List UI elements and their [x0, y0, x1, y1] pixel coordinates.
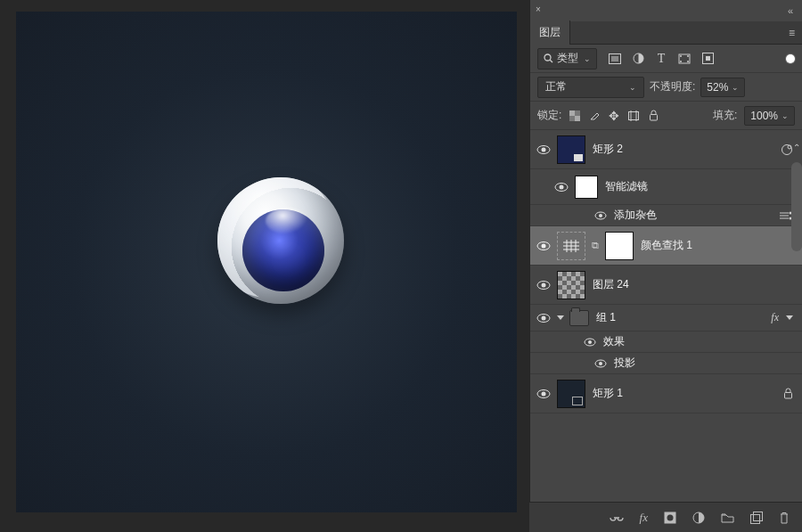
- link-layers-icon[interactable]: [610, 513, 624, 522]
- svg-point-45: [588, 340, 592, 344]
- tab-layers[interactable]: 图层: [530, 20, 570, 45]
- add-style-icon[interactable]: fx: [640, 511, 648, 525]
- pixel-filter-icon[interactable]: [608, 52, 622, 66]
- canvas-area[interactable]: [0, 0, 529, 532]
- svg-rect-55: [754, 512, 763, 520]
- layer-thumbnail: [557, 380, 585, 408]
- collapse-icon[interactable]: «: [788, 5, 793, 16]
- logo-sphere: [217, 177, 344, 304]
- layer-rect2[interactable]: 矩形 2: [530, 130, 802, 169]
- svg-point-24: [560, 184, 564, 189]
- svg-rect-15: [629, 111, 639, 119]
- svg-point-8: [680, 61, 682, 62]
- delete-layer-icon[interactable]: [779, 512, 790, 524]
- lock-row: 锁定: ✥ 填充: 100% ⌄: [530, 102, 802, 130]
- svg-rect-14: [575, 116, 580, 121]
- expand-icon[interactable]: [557, 315, 564, 320]
- chevron-down-icon: ⌄: [584, 54, 591, 63]
- adjustment-filter-icon[interactable]: [631, 52, 645, 66]
- type-filter-icon[interactable]: T: [654, 52, 668, 66]
- svg-rect-18: [650, 115, 657, 121]
- add-mask-icon[interactable]: [664, 512, 676, 524]
- shape-filter-icon[interactable]: [677, 52, 692, 66]
- opacity-input[interactable]: 52% ⌄: [700, 78, 745, 97]
- lock-icon: [783, 388, 793, 399]
- svg-point-43: [542, 315, 546, 320]
- layer-add-noise[interactable]: 添加杂色: [530, 205, 802, 226]
- layer-thumbnail: [557, 135, 585, 164]
- opacity-label: 不透明度:: [650, 79, 695, 94]
- filter-type-label: 类型: [557, 51, 578, 66]
- visibility-icon[interactable]: [594, 211, 607, 220]
- layer-24[interactable]: 图层 24: [530, 266, 802, 305]
- effect-name: 添加杂色: [614, 208, 779, 223]
- adjustment-icon: [557, 232, 585, 260]
- chevron-down-icon: ⌄: [629, 83, 636, 92]
- filter-toggle-icon[interactable]: [786, 54, 795, 63]
- close-icon[interactable]: ×: [536, 5, 544, 14]
- layer-rect1[interactable]: 矩形 1: [530, 374, 802, 413]
- visibility-icon[interactable]: [530, 144, 557, 155]
- lock-position-icon[interactable]: ✥: [608, 110, 620, 122]
- search-icon: [544, 53, 553, 63]
- layer-mask-thumbnail: [605, 232, 634, 260]
- svg-point-7: [687, 55, 689, 57]
- svg-point-6: [680, 55, 682, 57]
- add-layer-icon[interactable]: [750, 512, 763, 524]
- visibility-icon[interactable]: [530, 389, 557, 399]
- panel-tabs: 图层 ≡: [530, 21, 802, 45]
- opacity-value: 52%: [707, 81, 728, 94]
- lock-brush-icon[interactable]: [588, 110, 601, 122]
- visibility-icon[interactable]: [584, 338, 596, 347]
- smart-object-icon: [781, 143, 793, 156]
- svg-point-49: [542, 391, 546, 396]
- chevron-down-icon[interactable]: [786, 315, 793, 320]
- fill-value: 100%: [750, 110, 778, 122]
- svg-rect-13: [569, 110, 575, 116]
- add-group-icon[interactable]: [721, 512, 734, 523]
- fx-icon[interactable]: fx: [771, 311, 779, 324]
- blend-mode-value: 正常: [545, 79, 567, 94]
- lock-transparency-icon[interactable]: [569, 110, 581, 122]
- layer-name: 矩形 1: [593, 386, 783, 401]
- svg-point-41: [542, 282, 546, 287]
- visibility-icon[interactable]: [530, 313, 557, 323]
- svg-point-21: [782, 144, 792, 154]
- layer-name: 智能滤镜: [605, 179, 793, 194]
- blend-mode-select[interactable]: 正常 ⌄: [537, 77, 644, 98]
- layer-name: 矩形 2: [593, 142, 781, 157]
- svg-point-26: [599, 214, 602, 217]
- filter-type-select[interactable]: 类型 ⌄: [537, 48, 597, 70]
- svg-point-9: [687, 61, 689, 62]
- visibility-icon[interactable]: [594, 359, 607, 368]
- smart-filter-icon[interactable]: [700, 52, 715, 66]
- svg-point-0: [544, 54, 551, 61]
- visibility-icon[interactable]: [548, 182, 575, 192]
- layer-group1[interactable]: 组 1 fx: [530, 305, 802, 331]
- chevron-down-icon: ⌄: [732, 83, 739, 92]
- layer-smart-filters[interactable]: 智能滤镜: [530, 169, 802, 205]
- svg-point-52: [667, 514, 674, 520]
- layer-drop-shadow[interactable]: 投影: [530, 353, 802, 374]
- document-canvas: [16, 12, 517, 512]
- lock-artboard-icon[interactable]: [627, 110, 640, 122]
- lock-label: 锁定:: [537, 108, 561, 123]
- scrollbar-thumb[interactable]: [791, 162, 802, 251]
- visibility-icon[interactable]: [530, 280, 557, 291]
- fill-label: 填充:: [713, 108, 737, 123]
- visibility-icon[interactable]: [530, 241, 557, 251]
- layer-name: 颜色查找 1: [641, 238, 793, 253]
- blend-row: 正常 ⌄ 不透明度: 52% ⌄: [530, 73, 802, 102]
- fill-input[interactable]: 100% ⌄: [744, 106, 795, 126]
- svg-point-20: [542, 147, 546, 151]
- lock-all-icon[interactable]: [647, 110, 659, 122]
- layer-color-lookup[interactable]: ⧉ 颜色查找 1: [530, 226, 802, 266]
- effect-name: 效果: [603, 334, 793, 349]
- chevron-down-icon: ⌄: [782, 111, 789, 120]
- scroll-up-icon[interactable]: ⌃: [793, 143, 800, 152]
- svg-point-47: [599, 362, 602, 365]
- add-adjustment-icon[interactable]: [692, 512, 705, 524]
- panel-menu-icon[interactable]: ≡: [782, 27, 802, 39]
- layer-effects-header[interactable]: 效果: [530, 331, 802, 353]
- link-icon[interactable]: ⧉: [589, 240, 602, 251]
